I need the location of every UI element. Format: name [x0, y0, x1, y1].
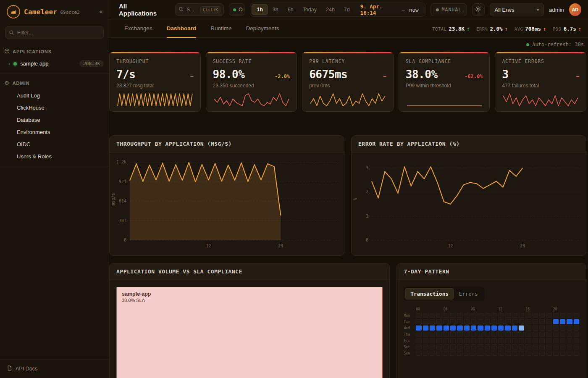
heatmap-day-label: Wed — [404, 326, 415, 331]
heatmap-cell — [539, 319, 545, 324]
arrow-up-icon: ↑ — [505, 26, 508, 32]
app-name: Cameleer — [24, 8, 57, 16]
heatmap-cell — [450, 351, 456, 356]
heatmap-cell — [471, 319, 476, 324]
heatmap-cell — [553, 351, 559, 356]
range-button-7d[interactable]: 7d — [339, 5, 354, 15]
env-select[interactable]: All Envs ▾ — [490, 3, 544, 16]
heatmap-cell — [416, 326, 421, 331]
range-end-now[interactable]: now — [406, 7, 424, 13]
tab-runtime[interactable]: Runtime — [210, 20, 231, 38]
stat-subtitle: 23.350 succeeded — [213, 83, 290, 89]
heatmap-cell — [574, 351, 579, 356]
sidebar-collapse-button[interactable]: « — [99, 8, 103, 16]
heatmap-cell — [423, 338, 428, 343]
sidebar-item-sample-app[interactable]: › sample app 208.3k — [0, 58, 109, 70]
heatmap-day-label: Mon — [404, 313, 415, 318]
heatmap-cell — [560, 313, 565, 318]
heatmap-cell — [416, 344, 421, 349]
svg-text:%: % — [353, 198, 357, 200]
heatmap-day-label: Fri — [404, 338, 415, 343]
heatmap-cell — [512, 344, 517, 349]
tab-transactions[interactable]: Transactions — [405, 288, 454, 299]
range-button-6h[interactable]: 6h — [283, 5, 298, 15]
treemap-node-sample-app[interactable]: sample-app 38.0% SLA — [116, 287, 383, 378]
heatmap-day-label: Sun — [404, 351, 415, 356]
stat-title: ACTIVE ERRORS — [502, 58, 579, 64]
heatmap-cell — [444, 313, 449, 318]
global-search-input[interactable]: S... Ctrl+K — [175, 3, 224, 16]
heatmap-cell — [539, 344, 545, 349]
sidebar-item-database[interactable]: Database — [0, 114, 109, 126]
refresh-mode-button[interactable]: MANUAL — [430, 3, 467, 16]
heatmap-cell — [525, 326, 531, 331]
env-select-value: All Envs — [495, 7, 514, 13]
heatmap-cell — [464, 351, 470, 356]
heatmap-cell — [430, 313, 435, 318]
heatmap-cell — [505, 351, 510, 356]
heatmap-cell — [478, 338, 483, 343]
user-name: admin — [549, 7, 564, 13]
sidebar-item-environments[interactable]: Environments — [0, 126, 109, 138]
heatmap-cell — [436, 344, 442, 349]
svg-text:12: 12 — [448, 244, 453, 248]
heatmap-cell — [436, 319, 442, 324]
hourly-heatmap: 000408121620MonTueWedThuFriSatSun — [404, 307, 579, 356]
heatmap-cell — [533, 351, 538, 356]
heatmap-cell — [519, 332, 524, 337]
heatmap-cell — [574, 313, 579, 318]
sidebar-item-oidc[interactable]: OIDC — [0, 138, 109, 150]
heatmap-cell — [444, 338, 449, 343]
tab-dashboard[interactable]: Dashboard — [167, 20, 197, 38]
stat-p99-latency: P996.7s↑ — [553, 26, 581, 32]
heatmap-cell — [436, 332, 442, 337]
heatmap-cell — [450, 326, 456, 331]
heatmap-cell — [553, 332, 559, 337]
sidebar-item-audit-log[interactable]: Audit Log — [0, 89, 109, 102]
api-docs-link[interactable]: API Docs — [0, 359, 109, 378]
heatmap-cell — [478, 332, 483, 337]
heatmap-cell — [519, 319, 524, 324]
volume-sla-treemap-panel: APPLICATION VOLUME VS SLA COMPLIANCE sam… — [109, 263, 390, 378]
throughput-chart-panel: THROUGHPUT BY APPLICATION (MSG/S) 1.2k92… — [109, 135, 344, 256]
sidebar-item-users-roles[interactable]: Users & Roles — [0, 150, 109, 163]
page-title: All Applications — [119, 3, 165, 17]
manual-mode-dot — [436, 8, 439, 11]
status-dot — [13, 62, 17, 66]
chevron-right-icon: › — [8, 60, 10, 67]
stat-card-sla-compliance: SLA COMPLIANCE 38.0% -62.0% P99 within t… — [399, 52, 490, 112]
heatmap-cell — [436, 326, 442, 331]
stat-card-throughput: THROUGHPUT 7/s – 23.827 msg total — [109, 52, 201, 112]
panel-title: ERROR RATE BY APPLICATION (%) — [358, 141, 459, 147]
range-button-24h[interactable]: 24h — [321, 5, 339, 15]
admin-section-header: ⚙ ADMIN — [0, 77, 109, 89]
heatmap-cell — [525, 344, 531, 349]
range-button-1h[interactable]: 1h — [252, 4, 268, 15]
search-icon — [178, 7, 184, 13]
heatmap-cell — [567, 332, 572, 337]
heatmap-cell — [498, 313, 504, 318]
online-status-dot — [233, 8, 236, 11]
heatmap-cell — [423, 313, 428, 318]
heatmap-cell — [560, 319, 565, 324]
range-start-datetime[interactable]: 9. Apr. 16:14 — [354, 3, 401, 16]
heatmap-cell — [416, 351, 421, 356]
heatmap-cell — [512, 326, 517, 331]
heatmap-cell — [471, 351, 476, 356]
range-button-3h[interactable]: 3h — [268, 5, 283, 15]
summary-stats: TOTAL23.8K↑ ERR%2.0%↑ AVG708ms↑ P996.7s↑ — [432, 20, 581, 37]
user-avatar[interactable]: AD — [569, 3, 581, 16]
heatmap-cell — [430, 338, 435, 343]
tab-exchanges[interactable]: Exchanges — [124, 20, 152, 38]
range-button-today[interactable]: Today — [298, 5, 321, 15]
sidebar-filter-input[interactable] — [5, 26, 104, 39]
heatmap-hour-label: 08 — [471, 307, 497, 312]
heatmap-cell — [464, 319, 470, 324]
tab-errors[interactable]: Errors — [454, 288, 483, 299]
sidebar-item-clickhouse[interactable]: ClickHouse — [0, 102, 109, 114]
theme-toggle-button[interactable] — [472, 3, 484, 16]
heatmap-cell — [553, 338, 559, 343]
heatmap-cell — [525, 351, 531, 356]
heatmap-cell — [505, 338, 510, 343]
tab-deployments[interactable]: Deployments — [246, 20, 279, 38]
